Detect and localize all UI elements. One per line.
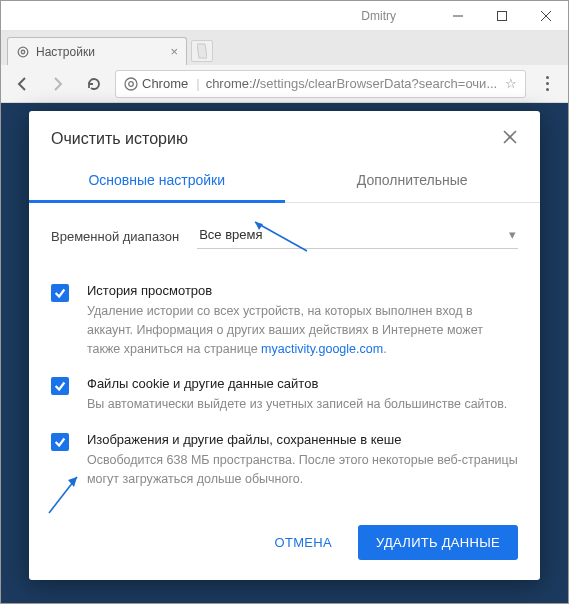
option-title: Файлы cookie и другие данные сайтов (87, 376, 507, 391)
option-title: История просмотров (87, 283, 518, 298)
option-title: Изображения и другие файлы, сохраненные … (87, 432, 518, 447)
browser-toolbar: Chrome | chrome:// settings/clearBrowser… (1, 65, 568, 103)
window-close-button[interactable] (524, 1, 568, 31)
bookmark-star-icon[interactable]: ☆ (505, 76, 517, 91)
checkbox-cached-images[interactable] (51, 433, 69, 451)
svg-point-7 (125, 78, 137, 90)
window-user: Dmitry (361, 9, 396, 23)
myactivity-link[interactable]: myactivity.google.com (261, 342, 383, 356)
url-scheme: chrome:// (206, 76, 260, 91)
window-titlebar: Dmitry (1, 1, 568, 31)
cancel-button[interactable]: ОТМЕНА (261, 525, 346, 560)
reload-button[interactable] (79, 69, 109, 99)
dialog-close-button[interactable] (502, 129, 518, 148)
svg-marker-6 (197, 44, 207, 58)
timerange-label: Временной диапазон (51, 229, 179, 244)
svg-point-4 (18, 47, 28, 57)
svg-point-8 (129, 81, 134, 86)
option-desc: Освободится 638 МБ пространства. После э… (87, 451, 518, 489)
option-browsing-history[interactable]: История просмотров Удаление истории со в… (51, 283, 518, 358)
window-minimize-button[interactable] (436, 1, 480, 31)
timerange-select[interactable]: Все время ▾ (197, 223, 518, 249)
browser-menu-button[interactable] (532, 69, 562, 99)
window-maximize-button[interactable] (480, 1, 524, 31)
browser-tab[interactable]: Настройки × (7, 37, 187, 65)
dialog-title: Очистить историю (51, 130, 188, 148)
option-desc: Вы автоматически выйдете из учетных запи… (87, 395, 507, 414)
timerange-value: Все время (199, 227, 262, 242)
clear-data-button[interactable]: УДАЛИТЬ ДАННЫЕ (358, 525, 518, 560)
dialog-tabs: Основные настройки Дополнительные (29, 160, 540, 203)
clear-browsing-data-dialog: Очистить историю Основные настройки Допо… (29, 111, 540, 580)
option-cached-images[interactable]: Изображения и другие файлы, сохраненные … (51, 432, 518, 489)
tab-title: Настройки (36, 45, 95, 59)
checkbox-browsing-history[interactable] (51, 284, 69, 302)
address-bar[interactable]: Chrome | chrome:// settings/clearBrowser… (115, 70, 526, 98)
option-desc: Удаление истории со всех устройств, на к… (87, 302, 518, 358)
tab-advanced[interactable]: Дополнительные (285, 160, 541, 202)
tab-strip: Настройки × (1, 31, 568, 65)
url-path: settings/clearBrowserData?search=очи... (260, 76, 497, 91)
content-area: Очистить историю Основные настройки Допо… (1, 103, 568, 604)
option-cookies[interactable]: Файлы cookie и другие данные сайтов Вы а… (51, 376, 518, 414)
checkbox-cookies[interactable] (51, 377, 69, 395)
forward-button[interactable] (43, 69, 73, 99)
tab-basic[interactable]: Основные настройки (29, 160, 285, 202)
svg-rect-1 (498, 11, 507, 20)
chrome-chip: Chrome | (124, 76, 200, 91)
gear-icon (16, 45, 30, 59)
tab-close-icon[interactable]: × (170, 44, 178, 59)
chevron-down-icon: ▾ (509, 227, 516, 242)
chrome-icon (124, 77, 138, 91)
back-button[interactable] (7, 69, 37, 99)
new-tab-button[interactable] (191, 40, 213, 62)
svg-point-5 (21, 50, 25, 54)
